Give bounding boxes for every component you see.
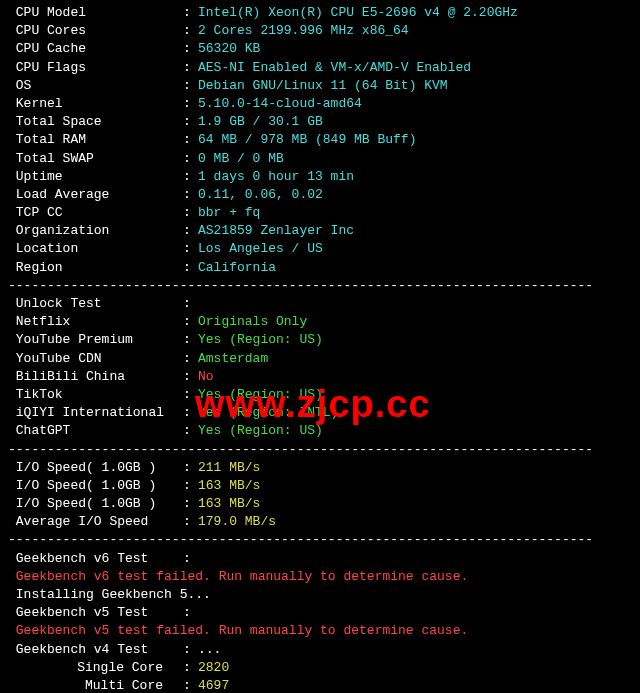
- io-0-label: I/O Speed( 1.0GB ): [8, 459, 183, 477]
- gb-v5-label: Geekbench v5 Test: [8, 604, 183, 622]
- sys-9-value: 1 days 0 hour 13 min: [198, 168, 354, 186]
- colon: :: [183, 477, 198, 495]
- sys-3-value: AES-NI Enabled & VM-x/AMD-V Enabled: [198, 59, 471, 77]
- unlock-6-value: Yes (Region: US): [198, 422, 323, 440]
- io-1-row: I/O Speed( 1.0GB ): 163 MB/s: [8, 477, 632, 495]
- gb-multi-label: Multi Core: [8, 677, 183, 693]
- colon: :: [183, 40, 198, 58]
- gb-single-core-row: Single Core : 2820: [8, 659, 632, 677]
- colon: :: [183, 495, 198, 513]
- gb-v6-label: Geekbench v6 Test: [8, 550, 183, 568]
- io-3-row: Average I/O Speed: 179.0 MB/s: [8, 513, 632, 531]
- sys-9-row: Uptime: 1 days 0 hour 13 min: [8, 168, 632, 186]
- sys-4-row: OS: Debian GNU/Linux 11 (64 Bit) KVM: [8, 77, 632, 95]
- sys-3-label: CPU Flags: [8, 59, 183, 77]
- sys-8-label: Total SWAP: [8, 150, 183, 168]
- colon: :: [183, 186, 198, 204]
- gb-v5-fail-row: Geekbench v5 test failed. Run manually t…: [8, 622, 632, 640]
- geekbench-v5-row: Geekbench v5 Test :: [8, 604, 632, 622]
- gb-v6-fail-row: Geekbench v6 test failed. Run manually t…: [8, 568, 632, 586]
- unlock-5-value: Yes (Region: INTL): [198, 404, 338, 422]
- colon: :: [183, 240, 198, 258]
- sys-12-row: Organization: AS21859 Zenlayer Inc: [8, 222, 632, 240]
- sys-10-label: Load Average: [8, 186, 183, 204]
- io-2-label: I/O Speed( 1.0GB ): [8, 495, 183, 513]
- sys-4-label: OS: [8, 77, 183, 95]
- gb-v5-fail-text: Geekbench v5 test failed. Run manually t…: [8, 622, 468, 640]
- geekbench-v4-row: Geekbench v4 Test : ...: [8, 641, 632, 659]
- sys-0-row: CPU Model: Intel(R) Xeon(R) CPU E5-2696 …: [8, 4, 632, 22]
- sys-0-value: Intel(R) Xeon(R) CPU E5-2696 v4 @ 2.20GH…: [198, 4, 518, 22]
- unlock-3-value: No: [198, 368, 214, 386]
- colon: :: [183, 404, 198, 422]
- sys-5-row: Kernel: 5.10.0-14-cloud-amd64: [8, 95, 632, 113]
- unlock-2-value: Amsterdam: [198, 350, 268, 368]
- colon: :: [183, 95, 198, 113]
- divider: ----------------------------------------…: [8, 277, 632, 295]
- sys-2-label: CPU Cache: [8, 40, 183, 58]
- colon: :: [183, 368, 198, 386]
- sys-6-row: Total Space: 1.9 GB / 30.1 GB: [8, 113, 632, 131]
- geekbench-v6-row: Geekbench v6 Test :: [8, 550, 632, 568]
- unlock-2-row: YouTube CDN: Amsterdam: [8, 350, 632, 368]
- unlock-4-label: TikTok: [8, 386, 183, 404]
- colon: :: [183, 22, 198, 40]
- unlock-6-row: ChatGPT: Yes (Region: US): [8, 422, 632, 440]
- sys-2-row: CPU Cache: 56320 KB: [8, 40, 632, 58]
- colon: :: [183, 204, 198, 222]
- sys-0-label: CPU Model: [8, 4, 183, 22]
- unlock-test-label: Unlock Test: [8, 295, 183, 313]
- sys-12-label: Organization: [8, 222, 183, 240]
- sys-8-row: Total SWAP: 0 MB / 0 MB: [8, 150, 632, 168]
- divider: ----------------------------------------…: [8, 531, 632, 549]
- unlock-6-label: ChatGPT: [8, 422, 183, 440]
- colon: :: [183, 513, 198, 531]
- unlock-5-label: iQIYI International: [8, 404, 183, 422]
- unlock-0-row: Netflix: Originals Only: [8, 313, 632, 331]
- unlock-header-row: Unlock Test :: [8, 295, 632, 313]
- unlock-3-row: BiliBili China: No: [8, 368, 632, 386]
- sys-14-label: Region: [8, 259, 183, 277]
- io-3-value: 179.0 MB/s: [198, 513, 276, 531]
- gb-single-label: Single Core: [8, 659, 183, 677]
- colon: :: [183, 131, 198, 149]
- unlock-1-label: YouTube Premium: [8, 331, 183, 349]
- io-2-value: 163 MB/s: [198, 495, 260, 513]
- sys-2-value: 56320 KB: [198, 40, 260, 58]
- colon: :: [183, 641, 198, 659]
- colon: :: [183, 259, 198, 277]
- sys-10-row: Load Average: 0.11, 0.06, 0.02: [8, 186, 632, 204]
- gb-v6-fail-text: Geekbench v6 test failed. Run manually t…: [8, 568, 468, 586]
- unlock-4-row: TikTok: Yes (Region: US): [8, 386, 632, 404]
- sys-1-row: CPU Cores: 2 Cores 2199.996 MHz x86_64: [8, 22, 632, 40]
- sys-7-value: 64 MB / 978 MB (849 MB Buff): [198, 131, 416, 149]
- unlock-0-label: Netflix: [8, 313, 183, 331]
- unlock-1-value: Yes (Region: US): [198, 331, 323, 349]
- unlock-1-row: YouTube Premium: Yes (Region: US): [8, 331, 632, 349]
- sys-7-row: Total RAM: 64 MB / 978 MB (849 MB Buff): [8, 131, 632, 149]
- colon: :: [183, 113, 198, 131]
- system-info-section: CPU Model: Intel(R) Xeon(R) CPU E5-2696 …: [8, 4, 632, 277]
- sys-5-value: 5.10.0-14-cloud-amd64: [198, 95, 362, 113]
- io-3-label: Average I/O Speed: [8, 513, 183, 531]
- colon: :: [183, 350, 198, 368]
- gb-installing-text: Installing Geekbench 5...: [8, 586, 211, 604]
- unlock-2-label: YouTube CDN: [8, 350, 183, 368]
- unlock-test-section: Netflix: Originals Only YouTube Premium:…: [8, 313, 632, 440]
- colon: :: [183, 77, 198, 95]
- sys-7-label: Total RAM: [8, 131, 183, 149]
- sys-12-value: AS21859 Zenlayer Inc: [198, 222, 354, 240]
- colon: :: [183, 659, 198, 677]
- unlock-0-value: Originals Only: [198, 313, 307, 331]
- sys-14-value: California: [198, 259, 276, 277]
- colon: :: [183, 677, 198, 693]
- sys-5-label: Kernel: [8, 95, 183, 113]
- gb-v4-dots: ...: [198, 641, 221, 659]
- gb-single-value: 2820: [198, 659, 229, 677]
- sys-4-value: Debian GNU/Linux 11 (64 Bit) KVM: [198, 77, 448, 95]
- colon: :: [183, 604, 198, 622]
- io-1-label: I/O Speed( 1.0GB ): [8, 477, 183, 495]
- sys-11-value: bbr + fq: [198, 204, 260, 222]
- colon: :: [183, 422, 198, 440]
- sys-10-value: 0.11, 0.06, 0.02: [198, 186, 323, 204]
